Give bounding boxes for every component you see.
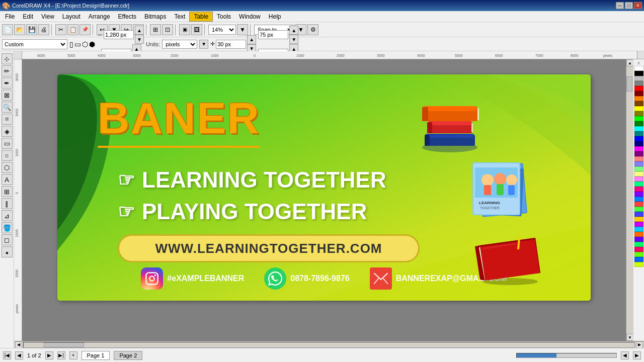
status-arrow-left[interactable]: ◀ (621, 351, 629, 359)
last-page-btn[interactable]: ▶| (57, 351, 65, 359)
image-button[interactable]: 🖼 (191, 24, 202, 35)
first-page-btn[interactable]: |◀ (3, 351, 11, 359)
color-brown[interactable] (634, 101, 643, 106)
color-blueviolet[interactable] (634, 222, 643, 227)
color-mediumgreen[interactable] (634, 242, 643, 247)
width-input[interactable] (104, 30, 134, 39)
next-page-btn[interactable]: ▶ (45, 351, 53, 359)
menu-effects[interactable]: Effects (114, 12, 140, 21)
color-white[interactable] (634, 66, 643, 71)
color-teal[interactable] (634, 131, 643, 136)
mirror-button[interactable]: ⊡ (162, 24, 173, 35)
menu-arrange[interactable]: Arrange (85, 12, 114, 21)
color-cornblue[interactable] (634, 197, 643, 202)
menu-window[interactable]: Window (235, 12, 265, 21)
units-dropdown-btn[interactable]: ▼ (199, 40, 208, 49)
color-pink[interactable] (634, 156, 643, 161)
selector-tool[interactable]: ⊹ (2, 53, 13, 64)
smart-fill-tool[interactable]: ⊠ (2, 89, 13, 101)
color-gray[interactable] (634, 81, 643, 86)
color-dodgerblue[interactable] (634, 257, 643, 262)
nudge-input[interactable] (216, 40, 246, 49)
zoom-select[interactable]: 14% 25% 50% 100% (208, 25, 236, 35)
table-tool[interactable]: ⊞ (2, 186, 13, 197)
close-button[interactable]: ✕ (634, 2, 642, 9)
menu-file[interactable]: File (1, 12, 19, 21)
menu-layout[interactable]: Layout (58, 12, 85, 21)
width-down[interactable]: ▼ (135, 35, 144, 44)
zoom-dropdown[interactable]: ▼ (237, 24, 248, 35)
x-down[interactable]: ▼ (289, 35, 298, 44)
color-mintgreen[interactable] (634, 182, 643, 187)
color-silver[interactable] (634, 76, 643, 81)
color-orange[interactable] (634, 96, 643, 101)
save-button[interactable]: 💾 (26, 24, 37, 35)
outline-tool[interactable]: ◻ (2, 234, 13, 245)
horizontal-scrollbar[interactable]: ◀ ▶ (14, 341, 644, 348)
color-springgreen[interactable] (634, 207, 643, 212)
menu-text[interactable]: Text (170, 12, 189, 21)
prev-page-btn[interactable]: ◀ (15, 351, 23, 359)
color-cyan[interactable] (634, 126, 643, 131)
copy-button[interactable]: 📋 (67, 24, 78, 35)
color-deepskyblue[interactable] (634, 227, 643, 232)
minimize-button[interactable]: ─ (616, 2, 624, 9)
interactive-tool[interactable]: ⬥ (2, 246, 13, 257)
fill-tool[interactable]: 🪣 (2, 222, 13, 233)
color-navy[interactable] (634, 141, 643, 146)
units-dropdown[interactable]: pixels mm cm inches (162, 40, 197, 49)
new-button[interactable]: 📄 (2, 24, 13, 35)
color-black[interactable] (634, 71, 643, 76)
color-olive[interactable] (634, 111, 643, 116)
scroll-right[interactable]: ▶ (636, 341, 643, 348)
color-salmon[interactable] (634, 202, 643, 207)
shape-tool[interactable]: ◈ (2, 126, 13, 137)
color-hotpink[interactable] (634, 187, 643, 192)
scroll-track-v[interactable] (626, 66, 633, 334)
menu-view[interactable]: View (37, 12, 58, 21)
scroll-left[interactable]: ◀ (15, 341, 22, 348)
color-deeppink[interactable] (634, 247, 643, 252)
color-royalblue[interactable] (634, 212, 643, 217)
color-lightgreen[interactable] (634, 166, 643, 171)
transform-button[interactable]: ⊞ (150, 24, 161, 35)
scroll-down[interactable]: ▼ (626, 334, 633, 341)
color-lightyellow[interactable] (634, 171, 643, 176)
add-page-btn[interactable]: + (69, 351, 77, 359)
frame-button[interactable]: ▣ (179, 24, 190, 35)
zoom-tool[interactable]: 🔍 (2, 102, 13, 113)
color-green[interactable] (634, 121, 643, 126)
ellipse-tool[interactable]: ○ (2, 150, 13, 161)
menu-edit[interactable]: Edit (19, 12, 37, 21)
menu-tools[interactable]: Tools (213, 12, 235, 21)
color-yellowgreen[interactable] (634, 262, 643, 267)
color-blue[interactable] (634, 136, 643, 141)
x-up[interactable]: ▲ (289, 26, 298, 35)
cut-button[interactable]: ✂ (55, 24, 66, 35)
menu-help[interactable]: Help (265, 12, 285, 21)
eyedropper-tool[interactable]: ⊿ (2, 210, 13, 221)
x-input[interactable] (258, 30, 288, 39)
polygon-tool[interactable]: ⬡ (2, 162, 13, 173)
canvas-scroll[interactable]: BANER ☞ LEARNING TOGETHER ☞ PLAYING TOGE… (22, 59, 626, 341)
bezier-tool[interactable]: ✒ (2, 77, 13, 88)
open-button[interactable]: 📂 (14, 24, 25, 35)
color-lightblue[interactable] (634, 161, 643, 166)
color-red[interactable] (634, 86, 643, 91)
crop-tool[interactable]: ⌗ (2, 114, 13, 125)
color-darkviolet[interactable] (634, 237, 643, 242)
menu-table[interactable]: Table (189, 12, 213, 22)
page-2-tab[interactable]: Page 2 (114, 351, 142, 360)
parallel-tool[interactable]: ∥ (2, 198, 13, 209)
color-lime[interactable] (634, 116, 643, 121)
options-button[interactable]: ⚙ (307, 24, 318, 35)
print-button[interactable]: 🖨 (38, 24, 49, 35)
scroll-thumb-v[interactable] (626, 76, 632, 92)
color-gold[interactable] (634, 217, 643, 222)
color-magenta[interactable] (634, 146, 643, 151)
hscroll-track[interactable] (23, 342, 635, 348)
color-indigo[interactable] (634, 192, 643, 197)
color-yellow[interactable] (634, 106, 643, 111)
vertical-scrollbar[interactable]: ▲ ▼ (626, 59, 633, 341)
color-darkred[interactable] (634, 91, 643, 96)
